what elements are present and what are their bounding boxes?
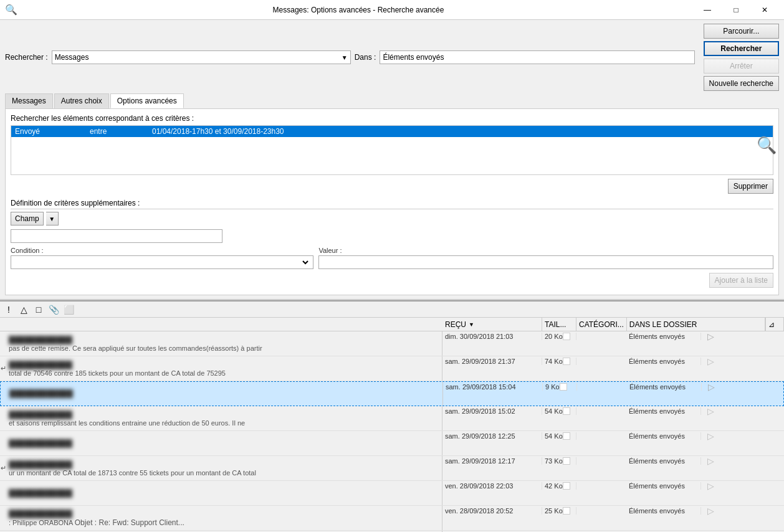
email-col-taille: 54 Ko <box>542 432 576 440</box>
email-preview: total de 70546 contre 185 tickets pour u… <box>9 369 439 377</box>
dans-label: Dans : <box>355 53 376 62</box>
email-col-flag[interactable]: ▷ <box>701 431 720 441</box>
rechercher-label: Rechercher : <box>5 53 48 62</box>
condition-valeur-row: Condition : Valeur : <box>11 247 773 269</box>
email-col-flag[interactable]: ▷ <box>702 382 720 392</box>
criteria-section-label: Rechercher les éléments correspondant à … <box>11 114 773 123</box>
email-row[interactable]: ████████████ ven. 28/09/2018 22:03 42 Ko… <box>0 481 784 506</box>
minimize-button[interactable]: — <box>693 0 722 20</box>
email-col-flag[interactable]: ▷ <box>701 331 720 341</box>
arreter-button: Arrêter <box>704 59 779 74</box>
nouvelle-recherche-button[interactable]: Nouvelle recherche <box>704 76 779 91</box>
email-left-panel: ████████████ pas de cette remise. Ce ser… <box>0 331 442 356</box>
email-status-icon <box>0 506 6 530</box>
email-content: ████████████ et saisons remplissant les … <box>6 406 442 430</box>
flag-icon[interactable]: ▷ <box>707 331 714 341</box>
ajouter-button[interactable]: Ajouter à la liste <box>709 273 773 288</box>
flag-icon[interactable]: ▷ <box>707 456 714 466</box>
email-left-panel: ↵ ████████████ ur un montant de CA total… <box>0 456 442 480</box>
email-right-cols: sam. 29/09/2018 15:02 54 Ko Éléments env… <box>442 406 720 416</box>
close-button[interactable]: ✕ <box>750 0 779 20</box>
col-header-categorie[interactable]: CATÉGORI... <box>576 318 627 331</box>
criteria-value: 01/04/2018-17h30 et 30/09/2018-23h30 <box>152 127 769 136</box>
email-col-dossier: Éléments envoyés <box>626 333 701 340</box>
email-preview: pas de cette remise. Ce sera appliqué su… <box>9 344 439 352</box>
email-row[interactable]: ████████████ sam. 29/09/2018 15:04 9 Ko … <box>0 381 784 406</box>
rechercher-button[interactable]: Rechercher <box>704 41 779 56</box>
email-sender: ████████████ <box>9 411 439 419</box>
flag-icon[interactable]: ▷ <box>707 506 714 516</box>
condition-select[interactable] <box>14 257 310 267</box>
flag-icon[interactable]: ▷ <box>707 481 714 491</box>
email-status-icon <box>0 481 6 505</box>
email-sender: ████████████ <box>9 336 439 344</box>
email-col-flag[interactable]: ▷ <box>701 481 720 491</box>
email-row[interactable]: ████████████ pas de cette remise. Ce ser… <box>0 331 784 356</box>
email-col-flag[interactable]: ▷ <box>701 356 720 366</box>
email-row[interactable]: ↵ ████████████ ur un montant de CA total… <box>0 456 784 481</box>
email-sender: ████████████ <box>9 439 439 448</box>
email-pane: ! △ □ 📎 ⬜ REÇU ▼ TAIL... CATÉGORI... DAN… <box>0 302 784 532</box>
email-list: ████████████ pas de cette remise. Ce ser… <box>0 331 784 532</box>
flag-icon[interactable]: ▷ <box>707 356 714 366</box>
tab-messages[interactable]: Messages <box>5 93 53 108</box>
email-toolbar: ! △ □ 📎 ⬜ <box>0 302 784 318</box>
category-icon[interactable]: ⬜ <box>62 303 75 316</box>
col-header-recu[interactable]: REÇU ▼ <box>442 318 542 331</box>
email-col-recu: dim. 30/09/2018 21:03 <box>442 333 542 340</box>
champ-dropdown-arrow[interactable]: ▼ <box>46 212 59 226</box>
col-header-taille[interactable]: TAIL... <box>542 318 576 331</box>
condition-label: Condition : <box>11 247 313 254</box>
email-right-cols: dim. 30/09/2018 21:03 20 Ko Éléments env… <box>442 331 720 341</box>
flag-icon[interactable]: ▷ <box>707 431 714 441</box>
tab-options-avancees[interactable]: Options avancées <box>110 93 184 108</box>
email-col-flag[interactable]: ▷ <box>701 506 720 516</box>
dans-value: Éléments envoyés <box>380 50 694 64</box>
email-row[interactable]: ████████████ et saisons remplissant les … <box>0 406 784 431</box>
email-content: ████████████ <box>6 481 442 505</box>
email-col-taille: 42 Ko <box>542 482 576 490</box>
champ-input-row <box>11 229 773 243</box>
email-col-dossier: Éléments envoyés <box>626 482 701 490</box>
sort-arrow-icon: ▼ <box>469 321 474 328</box>
email-content: ████████████ pas de cette remise. Ce ser… <box>6 331 442 356</box>
email-col-flag[interactable]: ▷ <box>701 406 720 416</box>
champ-button[interactable]: Champ <box>11 212 44 226</box>
email-row[interactable]: ████████████ : Philippe ORABONA Objet : … <box>0 506 784 531</box>
col-header-flag[interactable]: ⊿ <box>765 318 784 331</box>
email-right-cols: ven. 28/09/2018 22:03 42 Ko Éléments env… <box>442 481 720 491</box>
email-preview: ur un montant de CA total de 18713 contr… <box>9 469 439 477</box>
email-left-panel: ████████████ : Philippe ORABONA Objet : … <box>0 506 442 530</box>
email-col-dossier: Éléments envoyés <box>626 432 701 440</box>
exclamation-icon[interactable]: ! <box>2 303 15 316</box>
email-col-taille: 54 Ko <box>542 407 576 415</box>
flag-icon[interactable]: ▷ <box>707 406 714 416</box>
definition-label: Définition de critères supplémentaires : <box>11 199 773 209</box>
attach-icon[interactable]: 📎 <box>47 303 60 316</box>
champ-input[interactable] <box>11 229 222 243</box>
email-col-dossier: Éléments envoyés <box>626 358 701 365</box>
email-col-flag[interactable]: ▷ <box>701 456 720 466</box>
maximize-button[interactable]: □ <box>722 0 750 20</box>
email-col-dossier: Éléments envoyés <box>627 383 702 391</box>
email-preview: : Philippe ORABONA Objet : Re: Fwd: Supp… <box>9 518 439 527</box>
flag-toolbar-icon[interactable]: △ <box>17 303 30 316</box>
criteria-row[interactable]: Envoyé entre 01/04/2018-17h30 et 30/09/2… <box>11 126 773 137</box>
email-col-dossier: Éléments envoyés <box>626 507 701 515</box>
supprimer-button[interactable]: Supprimer <box>728 179 773 194</box>
email-row[interactable]: ↵ ████████████ total de 70546 contre 185… <box>0 356 784 381</box>
flag-icon[interactable]: ▷ <box>708 382 715 392</box>
tab-autres-choix[interactable]: Autres choix <box>54 93 109 108</box>
message-icon[interactable]: □ <box>32 303 45 316</box>
email-sender: ████████████ <box>9 510 439 518</box>
combo-arrow-icon[interactable]: ▼ <box>342 54 348 61</box>
window-title: Messages: Options avancées - Recherche a… <box>24 6 693 14</box>
valeur-input[interactable] <box>318 255 773 269</box>
condition-select-wrap[interactable] <box>11 255 313 269</box>
email-row[interactable]: ████████████ sam. 29/09/2018 12:25 54 Ko… <box>0 431 784 456</box>
email-col-taille: 25 Ko <box>542 507 576 515</box>
rechercher-combo[interactable]: Messages ▼ <box>52 50 351 64</box>
title-bar: 🔍 Messages: Options avancées - Recherche… <box>0 0 784 20</box>
col-header-dossier[interactable]: DANS LE DOSSIER <box>627 318 765 331</box>
parcourir-button[interactable]: Parcourir... <box>704 24 779 39</box>
